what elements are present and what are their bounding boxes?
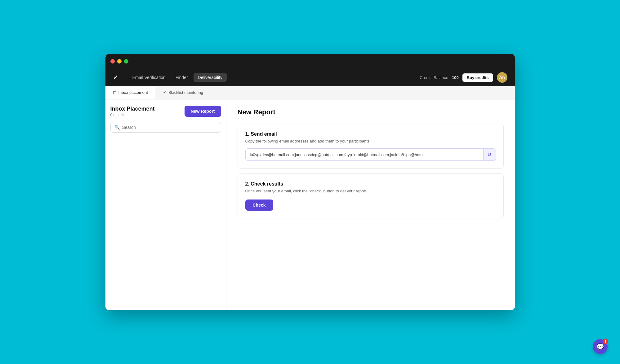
titlebar	[105, 54, 515, 69]
sidebar-title-group: Inbox Placement 0 emails	[110, 106, 155, 117]
main-nav: Email Verification Finder Deliverability	[128, 73, 413, 82]
search-icon: 🔍	[114, 125, 120, 130]
maximize-button[interactable]	[124, 59, 128, 64]
tab-blacklist-label: Blacklist monitoring	[168, 90, 203, 95]
main-layout: Inbox Placement 0 emails New Report 🔍 Ne…	[105, 99, 515, 310]
new-report-button[interactable]: New Report	[185, 106, 221, 117]
check-button[interactable]: Check	[245, 200, 273, 211]
sidebar-subtitle: 0 emails	[110, 113, 155, 117]
email-field-row: ⧉	[245, 148, 496, 161]
step2-card: 2. Check results Once you sent your emai…	[238, 173, 504, 218]
inbox-icon: ◻	[113, 90, 117, 95]
sidebar-header: Inbox Placement 0 emails New Report	[110, 106, 221, 117]
credits-label: Credits Balance	[420, 75, 448, 80]
chat-badge: 1	[603, 339, 608, 344]
chat-bubble[interactable]: 💬 1	[593, 339, 608, 354]
copy-button[interactable]: ⧉	[483, 149, 496, 160]
chat-icon: 💬	[596, 343, 604, 350]
avatar[interactable]: An	[497, 72, 507, 83]
page-title: New Report	[238, 108, 504, 116]
check-icon: ✓	[163, 90, 167, 95]
app-window: ✓ Email Verification Finder Deliverabili…	[105, 54, 515, 310]
tab-blacklist-monitoring[interactable]: ✓ Blacklist monitoring	[155, 86, 211, 99]
step1-card: 1. Send email Copy the following email a…	[238, 124, 504, 169]
app-logo: ✓	[113, 74, 118, 81]
search-input[interactable]	[122, 125, 217, 130]
email-addresses-field[interactable]	[246, 149, 483, 160]
navbar-right: Credits Balance 100 Buy credits An	[420, 72, 507, 83]
close-button[interactable]	[110, 59, 115, 64]
sub-tabs: ◻ Inbox placement ✓ Blacklist monitoring	[105, 86, 515, 99]
copy-icon: ⧉	[488, 152, 491, 157]
sidebar-title: Inbox Placement	[110, 106, 155, 112]
nav-email-verification[interactable]: Email Verification	[128, 73, 170, 82]
navbar: ✓ Email Verification Finder Deliverabili…	[105, 69, 515, 86]
sidebar: Inbox Placement 0 emails New Report 🔍	[105, 99, 226, 310]
step1-title: 1. Send email	[245, 131, 496, 137]
search-box: 🔍	[110, 122, 221, 133]
buy-credits-button[interactable]: Buy credits	[462, 73, 493, 82]
nav-deliverability[interactable]: Deliverability	[194, 73, 227, 82]
tab-inbox-label: Inbox placement	[118, 90, 148, 95]
nav-finder[interactable]: Finder	[171, 73, 192, 82]
minimize-button[interactable]	[117, 59, 122, 64]
step1-description: Copy the following email addresses and a…	[245, 139, 496, 143]
step2-description: Once you sent your email, click the "che…	[245, 189, 496, 193]
tab-inbox-placement[interactable]: ◻ Inbox placement	[105, 86, 155, 99]
step2-title: 2. Check results	[245, 181, 496, 187]
content-area: New Report 1. Send email Copy the follow…	[226, 99, 515, 310]
credits-amount: 100	[452, 75, 459, 80]
